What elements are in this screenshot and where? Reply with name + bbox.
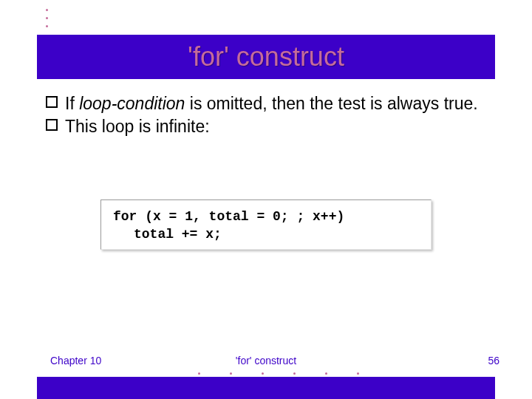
decorative-dots-bottom bbox=[198, 372, 359, 375]
bullet-text: This loop is infinite: bbox=[65, 117, 210, 136]
dot-icon bbox=[293, 372, 296, 375]
dot-icon bbox=[46, 9, 48, 11]
bottom-bar bbox=[37, 377, 495, 399]
bullet-text-post: is omitted, then the test is always true… bbox=[185, 94, 477, 113]
title-bar: 'for' construct bbox=[37, 35, 495, 79]
decorative-dots-top bbox=[46, 3, 48, 33]
content-area: If loop-condition is omitted, then the t… bbox=[46, 93, 499, 140]
code-line: total += x; bbox=[113, 227, 222, 242]
dot-icon bbox=[357, 372, 359, 375]
code-line: for (x = 1, total = 0; ; x++) bbox=[113, 209, 344, 224]
dot-icon bbox=[325, 372, 327, 375]
slide: 'for' construct If loop-condition is omi… bbox=[0, 0, 532, 399]
slide-title: 'for' construct bbox=[188, 41, 344, 72]
code-block: for (x = 1, total = 0; ; x++) total += x… bbox=[100, 200, 432, 250]
bullet-item: This loop is infinite: bbox=[46, 116, 499, 137]
footer-center: 'for' construct bbox=[0, 355, 532, 366]
bullet-text-em: loop-condition bbox=[79, 94, 185, 113]
dot-icon bbox=[230, 372, 232, 375]
footer-page-number: 56 bbox=[488, 355, 499, 366]
bullet-text-pre: If bbox=[65, 94, 79, 113]
dot-icon bbox=[46, 25, 48, 27]
bullet-square-icon bbox=[46, 98, 56, 108]
dot-icon bbox=[198, 372, 200, 375]
bullet-square-icon bbox=[46, 120, 56, 131]
dot-icon bbox=[46, 17, 48, 19]
dot-icon bbox=[262, 372, 264, 375]
footer: Chapter 10 'for' construct 56 bbox=[0, 355, 532, 371]
bullet-item: If loop-condition is omitted, then the t… bbox=[46, 93, 499, 115]
